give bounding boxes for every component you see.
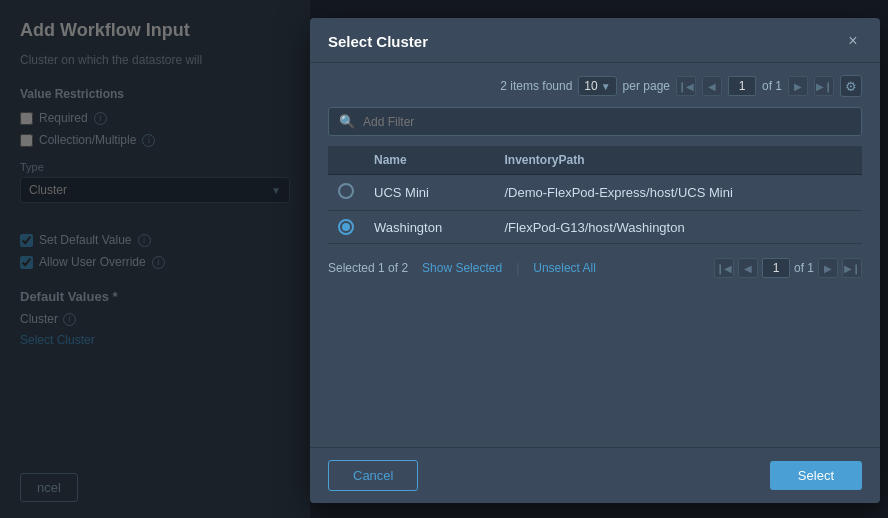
last-page-button[interactable]: ▶❙: [814, 76, 834, 96]
per-page-chevron-icon: ▼: [601, 81, 611, 92]
table-name-header: Name: [364, 146, 495, 175]
select-button[interactable]: Select: [770, 461, 862, 490]
table-radio-col: [328, 146, 364, 175]
per-page-label: per page: [623, 79, 670, 93]
search-bar: 🔍: [328, 107, 862, 136]
filter-input[interactable]: [363, 115, 851, 129]
show-selected-link[interactable]: Show Selected: [422, 261, 502, 275]
radio-button[interactable]: [338, 183, 354, 199]
items-found-text: 2 items found: [500, 79, 572, 93]
selected-count-text: Selected 1 of 2: [328, 261, 408, 275]
selection-bar: Selected 1 of 2 Show Selected | Unselect…: [328, 254, 862, 282]
table-row[interactable]: UCS Mini/Demo-FlexPod-Express/host/UCS M…: [328, 175, 862, 211]
cluster-inventory-cell: /FlexPod-G13/host/Washington: [495, 211, 863, 244]
sel-last-page-button[interactable]: ▶❙: [842, 258, 862, 278]
next-page-button[interactable]: ▶: [788, 76, 808, 96]
table-header-row: Name InventoryPath: [328, 146, 862, 175]
per-page-select[interactable]: 10 ▼: [578, 76, 616, 96]
select-cluster-modal: Select Cluster × 2 items found 10 ▼ per …: [310, 18, 880, 503]
sel-next-page-button[interactable]: ▶: [818, 258, 838, 278]
unselect-all-link[interactable]: Unselect All: [533, 261, 596, 275]
selection-divider: |: [516, 261, 519, 275]
sel-page-number-input[interactable]: [762, 258, 790, 278]
prev-page-button[interactable]: ◀: [702, 76, 722, 96]
cancel-button[interactable]: Cancel: [328, 460, 418, 491]
first-page-button[interactable]: ❙◀: [676, 76, 696, 96]
cluster-name-cell: UCS Mini: [364, 175, 495, 211]
table-row[interactable]: Washington/FlexPod-G13/host/Washington: [328, 211, 862, 244]
selection-pagination: ❙◀ ◀ of 1 ▶ ▶❙: [714, 258, 862, 278]
sel-page-of-text: of 1: [794, 261, 814, 275]
modal-title: Select Cluster: [328, 33, 428, 50]
modal-footer: Cancel Select: [310, 447, 880, 503]
cluster-table: Name InventoryPath UCS Mini/Demo-FlexPod…: [328, 146, 862, 244]
cluster-name-cell: Washington: [364, 211, 495, 244]
sel-prev-page-button[interactable]: ◀: [738, 258, 758, 278]
close-icon[interactable]: ×: [844, 32, 862, 50]
page-number-input[interactable]: [728, 76, 756, 96]
table-inventory-header: InventoryPath: [495, 146, 863, 175]
page-of-text: of 1: [762, 79, 782, 93]
search-icon: 🔍: [339, 114, 355, 129]
top-pagination-bar: 2 items found 10 ▼ per page ❙◀ ◀ of 1 ▶ …: [328, 75, 862, 97]
per-page-value: 10: [584, 79, 597, 93]
settings-button[interactable]: ⚙: [840, 75, 862, 97]
radio-button[interactable]: [338, 219, 354, 235]
modal-header: Select Cluster ×: [310, 18, 880, 63]
sel-first-page-button[interactable]: ❙◀: [714, 258, 734, 278]
cluster-inventory-cell: /Demo-FlexPod-Express/host/UCS Mini: [495, 175, 863, 211]
modal-body: 2 items found 10 ▼ per page ❙◀ ◀ of 1 ▶ …: [310, 63, 880, 447]
